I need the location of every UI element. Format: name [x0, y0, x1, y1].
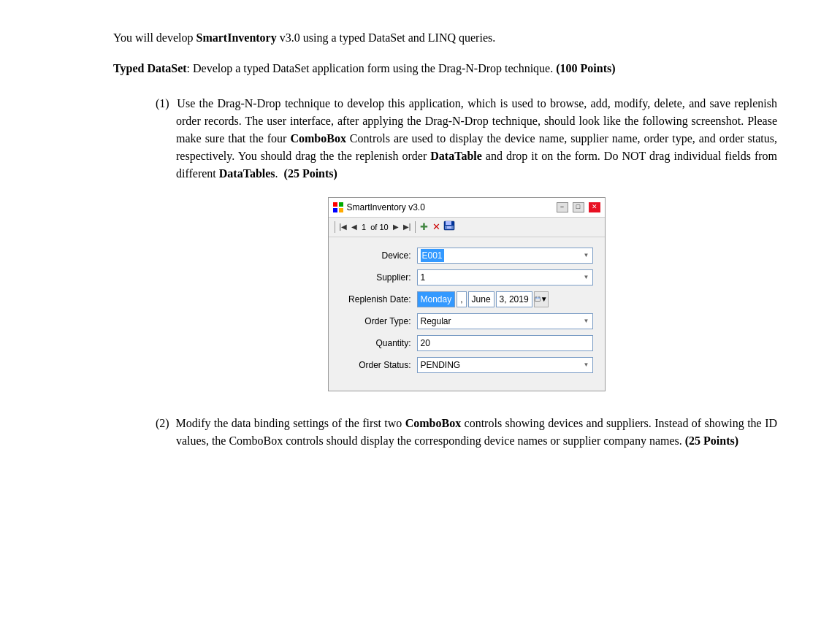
nav-first-button[interactable]: |◀ — [338, 221, 349, 233]
orderstatus-value: PENDING — [421, 359, 461, 372]
svg-rect-7 — [447, 226, 451, 229]
combobox-label-2: ComboBox — [405, 417, 461, 429]
smart-inventory-brand: SmartInventory — [196, 31, 277, 44]
toolbar-separator-2 — [415, 221, 416, 233]
toolbar-separator-1 — [335, 221, 335, 233]
calendar-icon — [535, 295, 541, 303]
item-1-points: (25 Points) — [284, 167, 337, 180]
win-form: SmartInventory v3.0 − □ ✕ |◀ ◀ 1 of 10 ▶… — [328, 197, 606, 391]
date-day[interactable]: 3, 2019 — [496, 291, 532, 307]
delete-button[interactable]: ✕ — [431, 220, 442, 234]
quantity-row: Quantity: 20 — [340, 335, 593, 351]
item-2-number: (2) — [156, 417, 175, 429]
ordertype-combo[interactable]: Regular ▼ — [417, 313, 593, 329]
datatable-label: DataTable — [430, 150, 482, 162]
item-1-number: (1) — [156, 97, 177, 110]
win-title-left: SmartInventory v3.0 — [333, 201, 425, 214]
orderstatus-row: Order Status: PENDING ▼ — [340, 357, 593, 373]
device-value: E001 — [421, 249, 444, 262]
supplier-row: Supplier: 1 ▼ — [340, 269, 593, 285]
orderstatus-combo-arrow: ▼ — [584, 361, 589, 369]
orderstatus-label: Order Status: — [340, 359, 417, 372]
item-2-text: (2) Modify the data binding settings of … — [156, 415, 777, 450]
supplier-combo-arrow: ▼ — [584, 273, 589, 282]
quantity-value: 20 — [421, 338, 430, 348]
nav-prev-button[interactable]: ◀ — [350, 221, 359, 233]
supplier-combo[interactable]: 1 ▼ — [417, 269, 593, 285]
typed-dataset-heading: Typed DataSet: Develop a typed DataSet a… — [113, 60, 777, 77]
nav-last-button[interactable]: ▶| — [402, 221, 413, 233]
quantity-input[interactable]: 20 — [417, 335, 593, 351]
date-container: Monday , June 3, 2019 ▼ — [417, 291, 593, 307]
datatables-label: DataTables — [219, 167, 275, 180]
win-body: Device: E001 ▼ Supplier: 1 ▼ Rep — [329, 237, 605, 391]
ordertype-combo-arrow: ▼ — [584, 317, 589, 326]
app-icon — [333, 202, 343, 212]
date-separator: , — [457, 291, 466, 307]
svg-rect-0 — [333, 202, 337, 207]
item-2-points: (25 Points) — [685, 434, 738, 447]
window-title: SmartInventory v3.0 — [347, 201, 425, 214]
nav-next-button[interactable]: ▶ — [392, 221, 400, 233]
replenish-date-row: Replenish Date: Monday , June 3, 2019 — [340, 291, 593, 307]
ordertype-value: Regular — [421, 315, 451, 328]
svg-rect-3 — [339, 208, 343, 212]
typed-dataset-label: Typed DataSet — [113, 62, 187, 74]
device-combo[interactable]: E001 ▼ — [417, 248, 593, 264]
minimize-button[interactable]: − — [557, 202, 568, 212]
of-total: of 10 — [369, 221, 389, 234]
add-button[interactable]: ✚ — [419, 220, 429, 234]
save-button[interactable] — [443, 221, 455, 234]
svg-rect-2 — [333, 208, 337, 212]
maximize-button[interactable]: □ — [573, 202, 584, 212]
item-2: (2) Modify the data binding settings of … — [135, 415, 777, 450]
date-picker-button[interactable]: ▼ — [534, 291, 549, 307]
quantity-label: Quantity: — [340, 337, 417, 350]
win-toolbar: |◀ ◀ 1 of 10 ▶ ▶| ✚ ✕ — [329, 218, 605, 237]
date-june[interactable]: June — [468, 291, 494, 307]
screenshot-container: SmartInventory v3.0 − □ ✕ |◀ ◀ 1 of 10 ▶… — [156, 197, 777, 391]
svg-rect-5 — [446, 221, 451, 225]
device-combo-arrow: ▼ — [584, 251, 589, 260]
typed-dataset-points: (100 Points) — [556, 62, 615, 74]
orderstatus-combo[interactable]: PENDING ▼ — [417, 357, 593, 373]
win-titlebar: SmartInventory v3.0 − □ ✕ — [329, 198, 605, 218]
win-controls[interactable]: − □ ✕ — [557, 202, 600, 212]
intro-paragraph: You will develop SmartInventory v3.0 usi… — [113, 29, 777, 47]
device-label: Device: — [340, 249, 417, 262]
svg-rect-1 — [339, 202, 343, 207]
item-1: (1) Use the Drag-N-Drop technique to dev… — [135, 95, 777, 391]
item-1-text: (1) Use the Drag-N-Drop technique to dev… — [156, 95, 777, 183]
device-row: Device: E001 ▼ — [340, 248, 593, 264]
close-button[interactable]: ✕ — [589, 202, 600, 212]
supplier-label: Supplier: — [340, 271, 417, 284]
supplier-value: 1 — [421, 271, 426, 284]
replenish-date-label: Replenish Date: — [340, 293, 417, 306]
date-monday[interactable]: Monday — [417, 291, 456, 307]
combobox-label-1: ComboBox — [290, 132, 345, 145]
ordertype-label: Order Type: — [340, 315, 417, 328]
ordertype-row: Order Type: Regular ▼ — [340, 313, 593, 329]
save-icon — [443, 221, 455, 231]
record-number: 1 — [360, 221, 367, 234]
